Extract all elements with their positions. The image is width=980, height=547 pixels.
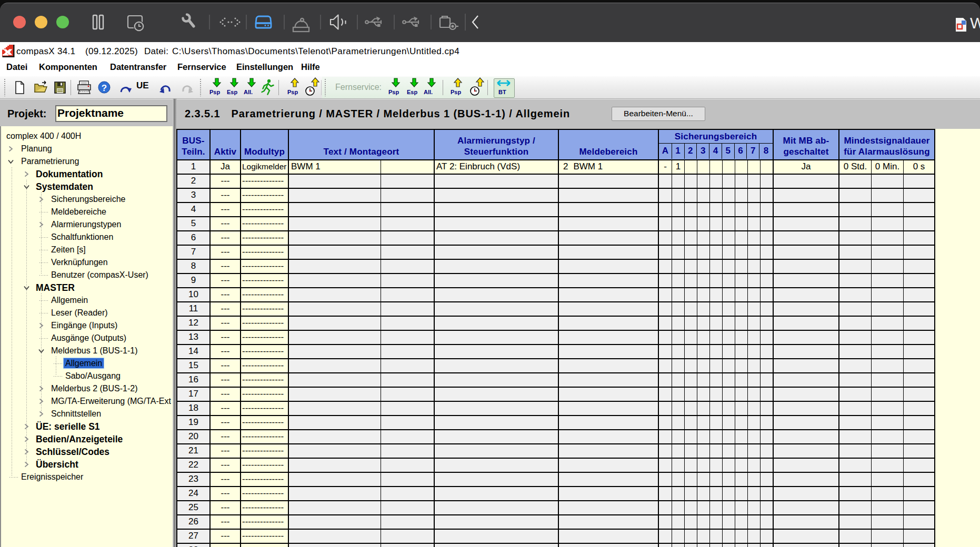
svg-text:W: W [970,14,980,32]
svg-text:?: ? [102,83,107,93]
